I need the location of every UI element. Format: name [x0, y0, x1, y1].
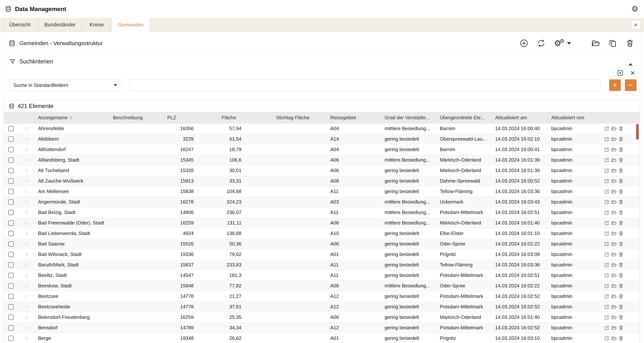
add-button[interactable] — [520, 39, 528, 48]
column-reisegebiet[interactable]: Reisegebiet — [328, 112, 382, 123]
open-record-button[interactable] — [604, 252, 610, 257]
column-beschreibung[interactable]: Beschreibung — [110, 112, 165, 123]
delete-row-button[interactable] — [618, 168, 624, 173]
open-folder-button[interactable] — [611, 168, 617, 173]
table-row[interactable]: Bad Saarow 15526 50,36 A06 gering besied… — [4, 239, 640, 249]
open-folder-button[interactable] — [611, 199, 617, 205]
row-checkbox[interactable] — [8, 315, 14, 320]
gear-icon[interactable]: ⚙ — [631, 5, 638, 13]
open-folder-button[interactable] — [611, 126, 617, 131]
delete-row-button[interactable] — [618, 210, 624, 215]
open-folder-button[interactable] — [611, 220, 617, 226]
remove-filter-button[interactable]: − — [625, 79, 636, 91]
delete-row-button[interactable] — [618, 178, 624, 184]
open-record-button[interactable] — [604, 210, 610, 215]
open-folder-button[interactable] — [611, 231, 617, 236]
row-checkbox[interactable] — [8, 136, 14, 142]
delete-row-button[interactable] — [618, 262, 624, 268]
tab-bundeslaender[interactable]: Bundesländer — [38, 18, 82, 32]
open-record-button[interactable] — [604, 336, 610, 341]
row-checkbox[interactable] — [8, 283, 14, 289]
tab-uebersicht[interactable]: Übersicht — [3, 18, 36, 32]
delete-row-button[interactable] — [618, 336, 624, 341]
open-folder-button[interactable] — [611, 189, 617, 194]
delete-row-button[interactable] — [618, 294, 624, 299]
table-row[interactable]: Bad Freienwalde (Oder), Stadt 16259 131,… — [4, 218, 640, 228]
table-row[interactable]: Bad Liebenwerda, Stadt 4924 138,88 A10 g… — [4, 228, 640, 239]
refresh-button[interactable] — [537, 39, 546, 48]
table-row[interactable]: Angermünde, Stadt 16278 324,23 A03 mittl… — [4, 197, 640, 207]
row-checkbox[interactable] — [8, 220, 14, 226]
open-folder-button[interactable] — [611, 336, 617, 341]
search-field-select[interactable]: Suche in Standardfeldern — [9, 79, 122, 91]
table-row[interactable]: Beeskow, Stadt 15848 77,82 A06 mittlere … — [4, 281, 640, 291]
open-record-button[interactable] — [604, 189, 610, 194]
column-plz[interactable]: PLZ — [165, 112, 219, 123]
table-row[interactable]: Bad Wilsnack, Stadt 19336 79,62 A01 geri… — [4, 249, 640, 260]
open-folder-button[interactable] — [611, 252, 617, 257]
table-row[interactable]: Berge 19348 26,62 A01 gering besiedelt P… — [4, 333, 640, 343]
open-record-button[interactable] — [604, 304, 610, 310]
open-folder-button[interactable] — [611, 136, 617, 142]
row-checkbox[interactable] — [8, 252, 14, 257]
delete-row-button[interactable] — [618, 126, 624, 131]
open-record-button[interactable] — [604, 126, 610, 131]
table-row[interactable]: Altdöbern 3229 61,54 A14 gering besiedel… — [4, 134, 640, 144]
delete-row-button[interactable] — [618, 315, 624, 320]
open-record-button[interactable] — [604, 220, 610, 226]
open-folder-button[interactable] — [611, 157, 617, 163]
table-row[interactable]: Beetzseeheide 14778 37,61 A12 gering bes… — [4, 302, 640, 312]
add-filter-button[interactable]: + — [609, 79, 621, 91]
table-row[interactable]: Beelitz, Stadt 14547 181,3 A11 gering be… — [4, 270, 640, 281]
column-flaeche[interactable]: Fläche — [219, 112, 273, 123]
row-checkbox[interactable] — [8, 294, 14, 299]
column-anzeigename[interactable]: Anzeigename ↑ — [36, 112, 110, 123]
table-row[interactable]: Baruth/Mark, Stadt 15837 233,83 A11 geri… — [4, 260, 640, 270]
table-row[interactable]: Beiersdorf-Freudenberg 16259 25,35 A06 g… — [4, 312, 640, 323]
row-checkbox[interactable] — [8, 157, 14, 163]
vertical-scrollbar[interactable] — [636, 124, 639, 139]
open-record-button[interactable] — [604, 157, 610, 163]
close-tab-button[interactable]: × — [631, 20, 641, 29]
collapse-filter-button[interactable] — [627, 59, 634, 64]
open-record-button[interactable] — [604, 273, 610, 278]
delete-row-button[interactable] — [618, 189, 624, 194]
open-folder-button[interactable] — [611, 262, 617, 268]
tab-gemeinden[interactable]: Gemeinden — [112, 18, 150, 32]
delete-row-button[interactable] — [618, 157, 624, 163]
delete-row-button[interactable] — [618, 220, 624, 226]
delete-row-button[interactable] — [618, 283, 624, 289]
open-folder-button[interactable] — [611, 178, 617, 184]
open-record-button[interactable] — [604, 294, 610, 299]
table-row[interactable]: Am Mellensee 15838 104,68 A11 gering bes… — [4, 186, 640, 197]
open-record-button[interactable] — [604, 315, 610, 320]
table-row[interactable]: Beetzsee 14778 21,27 A12 gering besiedel… — [4, 291, 640, 302]
row-checkbox[interactable] — [8, 304, 14, 310]
column-stichtag-flaeche[interactable]: Stichtag Fläche — [273, 112, 328, 123]
row-checkbox[interactable] — [8, 336, 14, 341]
row-checkbox[interactable] — [8, 210, 14, 215]
delete-row-button[interactable] — [618, 199, 624, 205]
row-checkbox[interactable] — [8, 262, 14, 268]
open-record-button[interactable] — [604, 178, 610, 184]
open-button[interactable] — [591, 39, 600, 48]
row-checkbox[interactable] — [8, 325, 14, 331]
open-folder-button[interactable] — [611, 273, 617, 278]
row-checkbox[interactable] — [8, 189, 14, 194]
row-checkbox[interactable] — [8, 273, 14, 278]
tab-kreise[interactable]: Kreise — [84, 18, 110, 32]
column-aktualisiert-von[interactable]: Aktualisiert von — [549, 112, 602, 123]
clear-criteria-button[interactable]: × — [630, 69, 635, 77]
row-checkbox[interactable] — [8, 199, 14, 205]
delete-row-button[interactable] — [618, 304, 624, 310]
delete-row-button[interactable] — [618, 136, 624, 142]
delete-row-button[interactable] — [618, 241, 624, 247]
open-folder-button[interactable] — [611, 210, 617, 215]
row-checkbox[interactable] — [8, 231, 14, 236]
open-folder-button[interactable] — [611, 304, 617, 310]
column-aktualisiert-am[interactable]: Aktualisiert am — [492, 112, 549, 123]
open-folder-button[interactable] — [611, 315, 617, 320]
delete-button[interactable] — [626, 39, 634, 48]
table-row[interactable]: Bensdorf 14789 34,34 A12 gering besiedel… — [4, 323, 640, 333]
open-folder-button[interactable] — [611, 147, 617, 152]
